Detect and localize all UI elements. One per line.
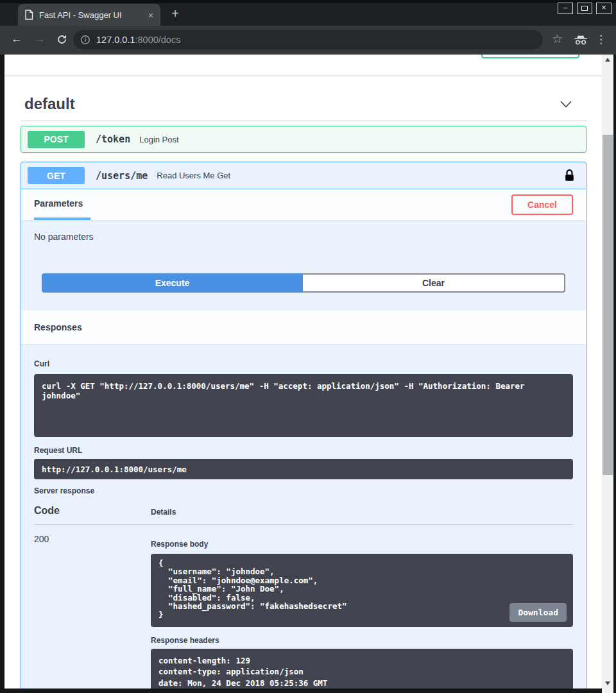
tab-title: Fast API - Swagger UI [39,10,145,20]
response-header-line: content-length: 129 [158,655,565,666]
parameters-section-header: Parameters Cancel [21,189,586,220]
curl-label: Curl [34,359,573,368]
titlebar: Fast API - Swagger UI × + – × [0,0,616,26]
method-badge-post: POST [28,131,85,148]
request-url-label: Request URL [34,446,573,455]
responses-wrapper: Curl curl -X GET "http://127.0.0.1:8000/… [21,344,586,689]
response-headers-block: content-length: 129 content-type: applic… [151,649,573,689]
page-viewport: default POST /token Login Post GET /user… [4,55,602,689]
minimize-button[interactable]: – [558,3,573,14]
download-button[interactable]: Download [509,603,567,622]
responses-section-header: Responses [21,311,586,344]
browser-window: Fast API - Swagger UI × + – × ← → 127.0.… [0,0,616,693]
url-host: 127.0.0.1 [96,35,135,45]
endpoint-summary: Login Post [139,135,178,144]
curl-command: curl -X GET "http://127.0.0.1:8000/users… [42,381,525,400]
response-headers-label: Response headers [151,636,573,645]
site-info-icon[interactable] [80,35,90,45]
response-body-line: "full_name": "John Doe", [158,585,565,593]
bookmark-star-icon[interactable]: ☆ [552,33,563,46]
response-body-line: "email": "johndoe@example.com", [158,576,565,585]
response-header-line: content-type: application/json [158,666,565,677]
method-badge-get: GET [28,167,85,184]
new-tab-button[interactable]: + [167,6,184,22]
clear-button[interactable]: Clear [303,273,565,293]
lock-icon[interactable] [565,169,574,182]
close-button[interactable]: × [596,3,612,14]
endpoint-path: /token [96,133,130,145]
window-controls: – × [558,3,612,14]
opblock-summary[interactable]: POST /token Login Post [21,126,586,152]
opblock-post-token[interactable]: POST /token Login Post [21,126,586,153]
endpoint-path: /users/me [96,170,148,182]
maximize-icon [581,6,588,11]
cancel-button[interactable]: Cancel [511,194,573,215]
tag-title: default [24,95,75,113]
request-url-value: http://127.0.0.1:8000/users/me [42,465,187,474]
browser-tab[interactable]: Fast API - Swagger UI × [18,4,160,26]
page-scrollbar[interactable] [602,55,613,693]
status-code: 200 [34,534,151,689]
opblock-summary[interactable]: GET /users/me Read Users Me Get [21,162,586,189]
execute-wrapper: Execute Clear [42,273,565,293]
endpoint-summary: Read Users Me Get [157,171,230,180]
forward-button[interactable]: → [32,33,47,46]
server-response-table: Code Details 200 Response body { "userna… [34,505,573,689]
table-header-row: Code Details [34,505,573,525]
response-body-block: { "username": "johndoe", "email": "johnd… [151,554,573,627]
browser-menu-icon[interactable]: ⋮ [595,33,606,46]
request-url-block: http://127.0.0.1:8000/users/me [34,459,573,479]
url-path: :8000/docs [135,35,180,45]
response-body-line: "hashed_password": "fakehashedsecret" [158,602,565,610]
response-header-line: date: Mon, 24 Dec 2018 05:25:36 GMT [158,678,565,689]
no-parameters-text: No parameters [21,220,586,243]
response-details-cell: Response body { "username": "johndoe", "… [151,534,573,689]
table-row: 200 Response body { "username": "johndoe… [34,534,573,689]
curl-command-block: curl -X GET "http://127.0.0.1:8000/users… [34,374,573,437]
tag-section-header[interactable]: default [21,95,586,121]
chevron-down-icon[interactable] [560,100,572,108]
authorize-button[interactable] [481,55,579,58]
response-body-label: Response body [151,540,573,549]
response-body-line: { [158,559,565,567]
details-column-header: Details [151,505,176,517]
address-bar[interactable]: 127.0.0.1:8000/docs [73,30,543,49]
incognito-icon [574,35,588,48]
opblock-get-users-me: GET /users/me Read Users Me Get Paramete… [21,162,586,689]
browser-toolbar: ← → 127.0.0.1:8000/docs ☆ ⋮ [0,26,616,55]
reload-button[interactable] [54,34,69,48]
scrollbar-thumb[interactable] [603,135,613,475]
code-column-header: Code [34,505,151,517]
scroll-down-arrow-icon[interactable] [602,678,613,689]
response-body-line: } [158,610,565,619]
scroll-up-arrow-icon[interactable] [602,55,613,65]
response-body-line: "disabled": false, [158,594,565,602]
tab-parameters[interactable]: Parameters [34,189,90,220]
response-body-line: "username": "johndoe", [158,567,565,576]
back-button[interactable]: ← [9,33,24,46]
page-favicon-icon [24,10,33,20]
execute-button[interactable]: Execute [42,273,303,293]
scheme-container [4,55,602,76]
maximize-button[interactable] [577,3,592,14]
server-response-label: Server response [34,486,573,495]
tab-close-icon[interactable]: × [145,10,157,21]
responses-title: Responses [34,322,82,332]
